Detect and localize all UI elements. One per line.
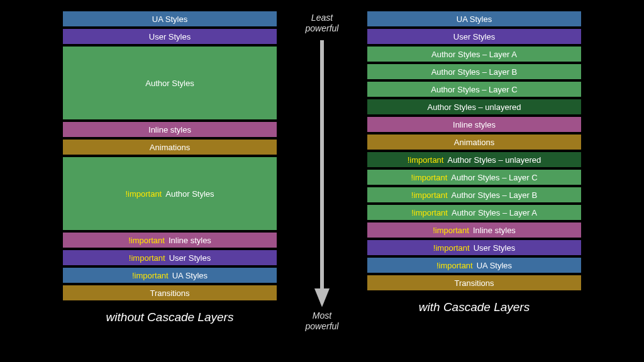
layer-label: User Styles [453, 32, 495, 41]
important-marker: !important [129, 253, 165, 263]
cascade-layer: Animations [367, 134, 581, 150]
layer-label: Author Styles – Layer B [431, 67, 518, 77]
layer-label: User Styles [149, 32, 191, 41]
important-marker: !important [128, 236, 165, 245]
cascade-layer: !importantAuthor Styles – Layer B [367, 187, 581, 202]
layer-label: Author Styles – Layer C [431, 85, 517, 94]
important-marker: !important [411, 208, 448, 217]
layer-label: UA Styles [172, 271, 208, 280]
important-marker: !important [436, 261, 473, 270]
cascade-layer: !importantAuthor Styles [63, 157, 277, 230]
cascade-layer: Animations [63, 140, 277, 155]
scale-label-top: Leastpowerful [306, 13, 339, 34]
layer-label: Transitions [150, 288, 189, 298]
layer-label: Author Styles – Layer A [431, 50, 517, 59]
cascade-layer: Author Styles – Layer C [367, 82, 581, 97]
important-marker: !important [433, 243, 470, 253]
cascade-layer: !importantUA Styles [367, 258, 581, 273]
cascade-layer: !importantAuthor Styles – Layer C [367, 170, 581, 185]
layer-label: UA Styles [457, 14, 492, 24]
cascade-layer: Author Styles – Layer A [367, 47, 581, 62]
layer-label: Transitions [454, 278, 494, 288]
layer-label: Animations [150, 143, 190, 152]
scale-label-bottom: Mostpowerful [306, 310, 339, 332]
layer-label: Author Styles [165, 189, 214, 199]
important-marker: !important [132, 271, 169, 280]
column-without-layers: UA StylesUser StylesAuthor StylesInline … [63, 0, 277, 362]
layer-label: Author Styles – unlayered [428, 102, 521, 112]
cascade-layer: User Styles [367, 29, 581, 44]
layer-label: Inline styles [169, 236, 211, 245]
important-marker: !important [411, 173, 447, 182]
layer-label: UA Styles [152, 14, 187, 24]
cascade-layer: UA Styles [367, 11, 581, 26]
layer-label: User Styles [169, 253, 211, 263]
cascade-layer: Author Styles – unlayered [367, 99, 581, 114]
layer-label: Author Styles – unlayered [447, 155, 541, 165]
important-marker: !important [411, 190, 448, 200]
layer-label: Inline styles [473, 226, 516, 235]
layer-label: User Styles [474, 243, 515, 253]
arrow-wrap [313, 34, 331, 311]
cascade-layer: !importantAuthor Styles – unlayered [367, 152, 581, 167]
important-marker: !important [433, 226, 469, 235]
cascade-layer: !importantInline styles [63, 233, 277, 248]
cascade-layer: UA Styles [63, 11, 277, 26]
layer-label: Author Styles [145, 79, 194, 88]
cascade-layer: Author Styles – Layer B [367, 64, 581, 79]
cascade-layer: !importantAuthor Styles – Layer A [367, 205, 581, 220]
cascade-layer: !importantInline styles [367, 222, 581, 238]
cascade-layer: Inline styles [367, 117, 581, 132]
cascade-layer: Transitions [367, 275, 581, 290]
layer-label: Author Styles – Layer A [452, 208, 537, 217]
cascade-layer: Transitions [63, 285, 277, 300]
cascade-layer: !importantUA Styles [63, 268, 277, 283]
layer-label: Author Styles – Layer B [452, 190, 538, 200]
svg-rect-0 [320, 40, 324, 292]
arrow-down-icon [313, 40, 331, 307]
layer-label: Author Styles – Layer C [451, 173, 537, 182]
svg-marker-1 [314, 288, 330, 307]
important-marker: !important [408, 155, 444, 165]
layer-label: Animations [454, 138, 494, 147]
important-marker: !important [125, 189, 162, 199]
cascade-layer: User Styles [63, 29, 277, 44]
cascade-layer: !importantUser Styles [63, 250, 277, 265]
cascade-layer: Inline styles [63, 122, 277, 137]
cascade-layer: !importantUser Styles [367, 240, 581, 255]
scale-bottom-text: Mostpowerful [306, 310, 339, 331]
power-scale: Leastpowerful Mostpowerful [277, 0, 367, 362]
column-with-layers: UA StylesUser StylesAuthor Styles – Laye… [367, 0, 581, 362]
caption-right: with Cascade Layers [367, 300, 581, 314]
scale-top-text: Leastpowerful [306, 13, 339, 33]
layer-label: Inline styles [453, 120, 496, 129]
layer-label: UA Styles [477, 261, 512, 270]
caption-left: without Cascade Layers [63, 310, 277, 324]
layer-label: Inline styles [148, 125, 191, 134]
cascade-layer: Author Styles [63, 47, 277, 119]
